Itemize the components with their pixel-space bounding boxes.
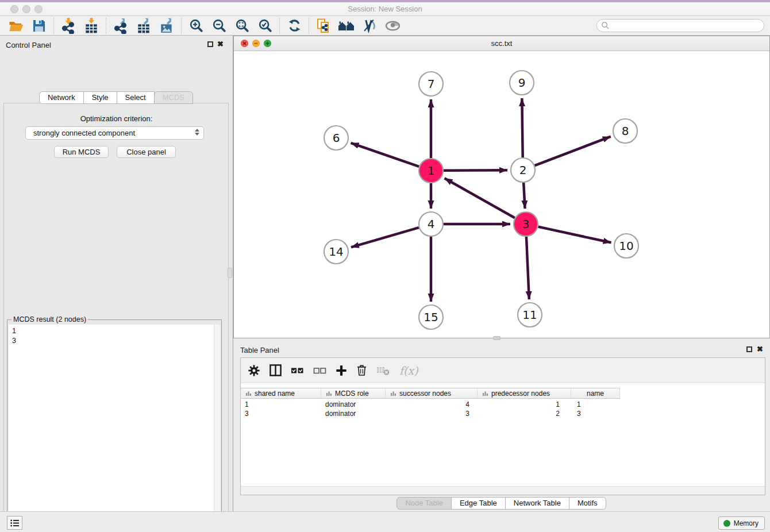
node-7[interactable]: 7 [419, 72, 443, 96]
close-panel-button[interactable]: Close panel [117, 146, 176, 158]
save-session-icon[interactable] [28, 17, 51, 35]
deselect-all-rows-icon[interactable] [313, 365, 326, 376]
table-settings-gear-icon[interactable] [248, 364, 260, 377]
open-session-icon[interactable] [5, 17, 28, 35]
cell-shared-name[interactable]: 1 [241, 400, 321, 409]
edge-1-6[interactable] [351, 143, 419, 167]
tab-edge-table[interactable]: Edge Table [451, 497, 506, 510]
application-window: Session: New Session [0, 0, 770, 532]
column-header-predecessor-nodes[interactable]: predecessor nodes [478, 388, 571, 399]
network-canvas-svg[interactable]: 7968124314101511 [234, 51, 769, 338]
import-table-icon[interactable] [80, 17, 103, 35]
network-canvas[interactable]: 7968124314101511 [234, 51, 769, 338]
cell-successor-nodes[interactable]: 3 [386, 409, 478, 418]
horizontal-splitter-grip[interactable] [493, 336, 500, 340]
tab-node-table[interactable]: Node Table [396, 497, 452, 510]
cybrowser-home-icon[interactable] [335, 17, 358, 35]
toggle-graphics-details-icon[interactable] [358, 17, 381, 35]
node-label: 14 [329, 245, 343, 259]
close-panel-icon[interactable]: ✖ [217, 40, 224, 48]
node-8[interactable]: 8 [613, 119, 637, 143]
result-scrollbar[interactable] [214, 325, 220, 532]
column-header-shared-name[interactable]: shared name [241, 388, 321, 399]
delete-table-icon[interactable] [376, 365, 390, 376]
node-9[interactable]: 9 [510, 71, 534, 95]
tab-network-table[interactable]: Network Table [505, 497, 569, 510]
cell-mcds-role[interactable]: dominator [321, 400, 386, 409]
export-image-icon[interactable] [155, 17, 178, 35]
cell-successor-nodes[interactable]: 4 [386, 400, 478, 409]
close-table-panel-icon[interactable]: ✖ [757, 345, 763, 353]
tab-motifs[interactable]: Motifs [569, 497, 606, 510]
cell-name[interactable]: 3 [571, 409, 620, 418]
column-type-icon [326, 391, 332, 396]
node-6[interactable]: 6 [324, 126, 348, 150]
memory-button[interactable]: Memory [718, 516, 765, 530]
node-label: 4 [428, 217, 435, 231]
vertical-splitter-grip[interactable] [228, 268, 232, 278]
node-3[interactable]: 3 [514, 212, 538, 236]
cell-predecessor-nodes[interactable]: 2 [478, 409, 571, 418]
edge-2-3[interactable] [523, 183, 525, 209]
edge-1-2[interactable] [444, 170, 507, 171]
create-column-plus-icon[interactable] [336, 365, 347, 376]
zoom-in-icon[interactable] [184, 17, 207, 35]
column-type-icon [245, 391, 252, 396]
node-14[interactable]: 14 [324, 240, 348, 264]
node-label: 2 [519, 163, 527, 177]
edge-3-10[interactable] [538, 227, 611, 243]
run-mcds-button[interactable]: Run MCDS [54, 146, 109, 158]
node-1[interactable]: 1 [419, 159, 443, 183]
cell-predecessor-nodes[interactable]: 1 [478, 400, 571, 409]
column-header-mcds-role[interactable]: MCDS role [321, 388, 386, 399]
network-view-window: scc.txt 7968124314101511 [233, 36, 770, 338]
node-label: 9 [518, 76, 526, 90]
function-builder-icon[interactable]: f(x) [399, 364, 418, 377]
mcds-result-title: MCDS result (2 nodes) [11, 315, 88, 323]
column-header-name[interactable]: name [571, 388, 620, 399]
delete-column-trash-icon[interactable] [356, 364, 367, 376]
node-10[interactable]: 10 [614, 234, 638, 258]
float-table-panel-icon[interactable] [746, 346, 752, 352]
export-network-icon[interactable] [109, 17, 132, 35]
tab-select[interactable]: Select [117, 91, 155, 104]
edge-4-14[interactable] [351, 228, 419, 247]
table-horizontal-scrollbar[interactable] [241, 486, 765, 495]
refresh-view-icon[interactable] [283, 17, 306, 35]
edge-3-11[interactable] [526, 237, 529, 299]
network-window-titlebar[interactable]: scc.txt [234, 36, 769, 51]
show-panels-button[interactable] [7, 516, 22, 530]
float-panel-icon[interactable] [207, 41, 213, 47]
show-hide-panel-eye-icon[interactable] [381, 17, 404, 35]
node-11[interactable]: 11 [518, 303, 542, 327]
cell-name[interactable]: 1 [571, 400, 620, 409]
search-input[interactable] [610, 20, 764, 31]
node-2[interactable]: 2 [511, 158, 535, 182]
mcds-result-textarea[interactable]: 1 3 [9, 325, 220, 532]
tab-mcds[interactable]: MCDS [154, 91, 193, 104]
tab-style[interactable]: Style [83, 91, 117, 104]
zoom-selected-icon[interactable] [253, 17, 276, 35]
tab-network[interactable]: Network [39, 91, 84, 104]
criterion-dropdown[interactable]: strongly connected component [25, 126, 204, 140]
table-row[interactable]: 1 dominator 4 1 1 [241, 400, 620, 409]
select-all-rows-icon[interactable] [291, 365, 304, 376]
select-columns-icon[interactable] [270, 364, 282, 376]
cell-mcds-role[interactable]: dominator [321, 409, 386, 418]
column-header-successor-nodes[interactable]: successor nodes [386, 388, 478, 399]
zoom-fit-icon[interactable] [230, 17, 253, 35]
export-table-icon[interactable] [132, 17, 155, 35]
edge-2-8[interactable] [535, 137, 611, 166]
node-15[interactable]: 15 [419, 305, 443, 329]
edge-2-9[interactable] [522, 98, 522, 157]
node-4[interactable]: 4 [419, 212, 443, 236]
copy-network-icon[interactable] [312, 17, 335, 35]
table-row[interactable]: 3 dominator 3 2 3 [241, 409, 620, 418]
cell-shared-name[interactable]: 3 [241, 409, 321, 418]
import-network-icon[interactable] [57, 17, 80, 35]
main-toolbar [0, 16, 770, 36]
edge-3-1[interactable] [445, 178, 515, 218]
zoom-out-icon[interactable] [207, 17, 230, 35]
toolbar-separator [309, 18, 309, 34]
attribute-browser: f(x) shared name MCDS role successor nod… [240, 357, 765, 495]
